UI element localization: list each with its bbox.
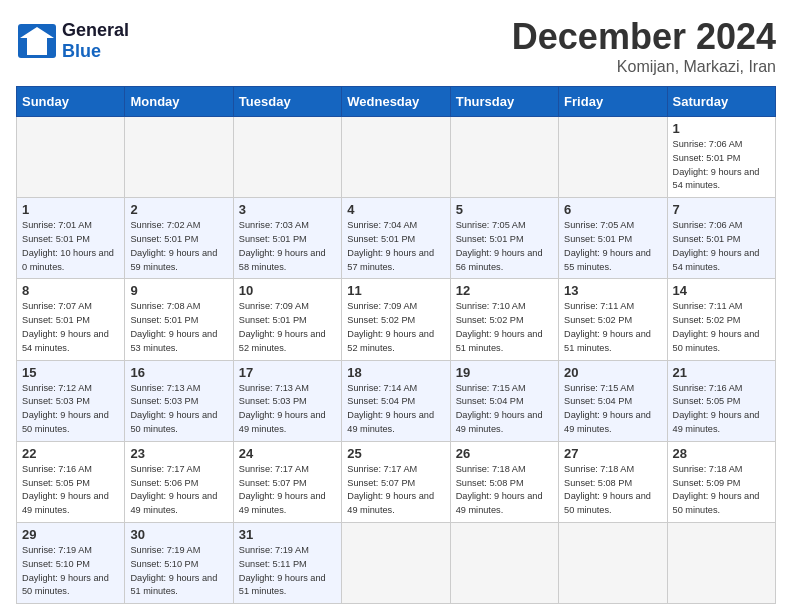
calendar-cell: 15Sunrise: 7:12 AMSunset: 5:03 PMDayligh… <box>17 360 125 441</box>
calendar-cell <box>667 522 775 603</box>
calendar-cell <box>17 117 125 198</box>
day-number: 12 <box>456 283 553 298</box>
weekday-tuesday: Tuesday <box>233 87 341 117</box>
calendar-cell: 2Sunrise: 7:02 AMSunset: 5:01 PMDaylight… <box>125 198 233 279</box>
day-number: 31 <box>239 527 336 542</box>
calendar-cell: 9Sunrise: 7:08 AMSunset: 5:01 PMDaylight… <box>125 279 233 360</box>
calendar-cell: 25Sunrise: 7:17 AMSunset: 5:07 PMDayligh… <box>342 441 450 522</box>
calendar-cell: 7Sunrise: 7:06 AMSunset: 5:01 PMDaylight… <box>667 198 775 279</box>
day-info: Sunrise: 7:17 AMSunset: 5:07 PMDaylight:… <box>239 463 336 518</box>
logo-blue: Blue <box>62 41 129 62</box>
calendar-cell: 13Sunrise: 7:11 AMSunset: 5:02 PMDayligh… <box>559 279 667 360</box>
day-number: 20 <box>564 365 661 380</box>
title-block: December 2024 Komijan, Markazi, Iran <box>512 16 776 76</box>
day-info: Sunrise: 7:15 AMSunset: 5:04 PMDaylight:… <box>564 382 661 437</box>
day-number: 7 <box>673 202 770 217</box>
day-info: Sunrise: 7:09 AMSunset: 5:02 PMDaylight:… <box>347 300 444 355</box>
day-number: 6 <box>564 202 661 217</box>
day-info: Sunrise: 7:16 AMSunset: 5:05 PMDaylight:… <box>22 463 119 518</box>
day-number: 23 <box>130 446 227 461</box>
calendar-cell <box>450 117 558 198</box>
weekday-wednesday: Wednesday <box>342 87 450 117</box>
weekday-sunday: Sunday <box>17 87 125 117</box>
calendar-cell: 20Sunrise: 7:15 AMSunset: 5:04 PMDayligh… <box>559 360 667 441</box>
week-row-4: 15Sunrise: 7:12 AMSunset: 5:03 PMDayligh… <box>17 360 776 441</box>
generalblue-logo: General Blue <box>16 20 129 61</box>
calendar-cell: 21Sunrise: 7:16 AMSunset: 5:05 PMDayligh… <box>667 360 775 441</box>
day-number: 1 <box>673 121 770 136</box>
week-row-6: 29Sunrise: 7:19 AMSunset: 5:10 PMDayligh… <box>17 522 776 603</box>
calendar-cell: 1Sunrise: 7:06 AMSunset: 5:01 PMDaylight… <box>667 117 775 198</box>
month-title: December 2024 <box>512 16 776 58</box>
calendar-cell: 1Sunrise: 7:01 AMSunset: 5:01 PMDaylight… <box>17 198 125 279</box>
day-number: 9 <box>130 283 227 298</box>
day-number: 26 <box>456 446 553 461</box>
calendar-cell: 24Sunrise: 7:17 AMSunset: 5:07 PMDayligh… <box>233 441 341 522</box>
day-info: Sunrise: 7:11 AMSunset: 5:02 PMDaylight:… <box>564 300 661 355</box>
calendar-cell: 3Sunrise: 7:03 AMSunset: 5:01 PMDaylight… <box>233 198 341 279</box>
calendar-cell: 5Sunrise: 7:05 AMSunset: 5:01 PMDaylight… <box>450 198 558 279</box>
calendar-cell: 12Sunrise: 7:10 AMSunset: 5:02 PMDayligh… <box>450 279 558 360</box>
day-number: 19 <box>456 365 553 380</box>
calendar-cell <box>450 522 558 603</box>
calendar-cell: 18Sunrise: 7:14 AMSunset: 5:04 PMDayligh… <box>342 360 450 441</box>
day-number: 8 <box>22 283 119 298</box>
calendar-cell: 30Sunrise: 7:19 AMSunset: 5:10 PMDayligh… <box>125 522 233 603</box>
day-info: Sunrise: 7:04 AMSunset: 5:01 PMDaylight:… <box>347 219 444 274</box>
day-info: Sunrise: 7:13 AMSunset: 5:03 PMDaylight:… <box>239 382 336 437</box>
day-number: 5 <box>456 202 553 217</box>
day-info: Sunrise: 7:01 AMSunset: 5:01 PMDaylight:… <box>22 219 119 274</box>
calendar-cell: 14Sunrise: 7:11 AMSunset: 5:02 PMDayligh… <box>667 279 775 360</box>
day-info: Sunrise: 7:18 AMSunset: 5:08 PMDaylight:… <box>564 463 661 518</box>
day-number: 13 <box>564 283 661 298</box>
week-row-5: 22Sunrise: 7:16 AMSunset: 5:05 PMDayligh… <box>17 441 776 522</box>
calendar-cell: 10Sunrise: 7:09 AMSunset: 5:01 PMDayligh… <box>233 279 341 360</box>
day-info: Sunrise: 7:13 AMSunset: 5:03 PMDaylight:… <box>130 382 227 437</box>
day-info: Sunrise: 7:18 AMSunset: 5:08 PMDaylight:… <box>456 463 553 518</box>
day-number: 25 <box>347 446 444 461</box>
day-number: 24 <box>239 446 336 461</box>
day-info: Sunrise: 7:05 AMSunset: 5:01 PMDaylight:… <box>456 219 553 274</box>
day-info: Sunrise: 7:19 AMSunset: 5:10 PMDaylight:… <box>22 544 119 599</box>
day-info: Sunrise: 7:10 AMSunset: 5:02 PMDaylight:… <box>456 300 553 355</box>
calendar-cell: 8Sunrise: 7:07 AMSunset: 5:01 PMDaylight… <box>17 279 125 360</box>
calendar-cell <box>342 522 450 603</box>
day-info: Sunrise: 7:06 AMSunset: 5:01 PMDaylight:… <box>673 219 770 274</box>
calendar-cell <box>559 117 667 198</box>
day-number: 15 <box>22 365 119 380</box>
calendar-cell: 6Sunrise: 7:05 AMSunset: 5:01 PMDaylight… <box>559 198 667 279</box>
day-number: 14 <box>673 283 770 298</box>
week-row-2: 1Sunrise: 7:01 AMSunset: 5:01 PMDaylight… <box>17 198 776 279</box>
week-row-3: 8Sunrise: 7:07 AMSunset: 5:01 PMDaylight… <box>17 279 776 360</box>
calendar-cell: 31Sunrise: 7:19 AMSunset: 5:11 PMDayligh… <box>233 522 341 603</box>
day-number: 3 <box>239 202 336 217</box>
day-info: Sunrise: 7:12 AMSunset: 5:03 PMDaylight:… <box>22 382 119 437</box>
day-number: 29 <box>22 527 119 542</box>
day-info: Sunrise: 7:17 AMSunset: 5:07 PMDaylight:… <box>347 463 444 518</box>
day-info: Sunrise: 7:16 AMSunset: 5:05 PMDaylight:… <box>673 382 770 437</box>
day-number: 28 <box>673 446 770 461</box>
day-number: 22 <box>22 446 119 461</box>
day-number: 11 <box>347 283 444 298</box>
day-info: Sunrise: 7:05 AMSunset: 5:01 PMDaylight:… <box>564 219 661 274</box>
calendar-cell: 19Sunrise: 7:15 AMSunset: 5:04 PMDayligh… <box>450 360 558 441</box>
day-info: Sunrise: 7:02 AMSunset: 5:01 PMDaylight:… <box>130 219 227 274</box>
calendar-cell <box>559 522 667 603</box>
day-number: 18 <box>347 365 444 380</box>
week-row-1: 1Sunrise: 7:06 AMSunset: 5:01 PMDaylight… <box>17 117 776 198</box>
day-info: Sunrise: 7:07 AMSunset: 5:01 PMDaylight:… <box>22 300 119 355</box>
calendar-cell: 27Sunrise: 7:18 AMSunset: 5:08 PMDayligh… <box>559 441 667 522</box>
calendar-cell: 23Sunrise: 7:17 AMSunset: 5:06 PMDayligh… <box>125 441 233 522</box>
weekday-friday: Friday <box>559 87 667 117</box>
calendar-body: 1Sunrise: 7:06 AMSunset: 5:01 PMDaylight… <box>17 117 776 604</box>
day-info: Sunrise: 7:15 AMSunset: 5:04 PMDaylight:… <box>456 382 553 437</box>
weekday-saturday: Saturday <box>667 87 775 117</box>
day-number: 2 <box>130 202 227 217</box>
calendar-cell: 26Sunrise: 7:18 AMSunset: 5:08 PMDayligh… <box>450 441 558 522</box>
calendar-table: SundayMondayTuesdayWednesdayThursdayFrid… <box>16 86 776 604</box>
location-title: Komijan, Markazi, Iran <box>512 58 776 76</box>
calendar-cell: 4Sunrise: 7:04 AMSunset: 5:01 PMDaylight… <box>342 198 450 279</box>
logo-svg <box>16 22 58 60</box>
day-number: 16 <box>130 365 227 380</box>
day-info: Sunrise: 7:18 AMSunset: 5:09 PMDaylight:… <box>673 463 770 518</box>
